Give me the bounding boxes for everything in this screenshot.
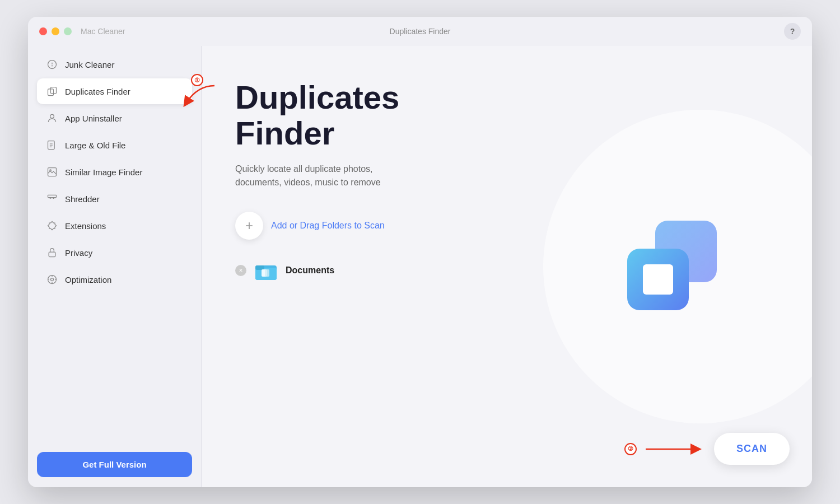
sidebar-item-label-optimization: Optimization [65,275,111,284]
shredder-icon [46,193,58,205]
sidebar-item-label-similar: Similar Image Finder [65,167,142,177]
sidebar-item-similar-image[interactable]: Similar Image Finder [37,159,192,185]
svg-point-2 [52,66,53,66]
title-bar: Mac Cleaner Duplicates Finder ? [28,17,812,46]
sidebar-item-label-extensions: Extensions [65,221,106,231]
close-button[interactable] [39,27,47,35]
page-description: Quickly locate all duplicate photos,docu… [235,162,778,189]
app-name-label: Mac Cleaner [81,27,125,36]
sidebar-item-label-duplicates: Duplicates Finder [65,87,130,96]
sidebar-bottom: Get Full Version [37,443,192,482]
sidebar-item-duplicates-finder[interactable]: Duplicates Finder ① [37,78,192,104]
sidebar-item-app-uninstaller[interactable]: App Uninstaller [37,105,192,131]
svg-point-12 [51,278,54,281]
scan-button[interactable]: SCAN [714,433,790,465]
help-button[interactable]: ? [784,23,801,40]
minimize-button[interactable] [52,27,59,35]
sidebar-nav: Junk Cleaner Duplicates Finder ① [37,52,192,443]
privacy-icon [46,246,58,259]
uninstaller-icon [46,112,58,124]
window-title: Duplicates Finder [390,27,451,36]
annotation-2: ② [624,441,707,458]
extensions-icon [46,220,58,232]
image-icon [46,166,58,178]
sidebar-item-label-large-old: Large & Old File [65,141,125,150]
svg-rect-24 [265,269,269,277]
add-folder-label: Add or Drag Folders to Scan [271,221,385,231]
sidebar-item-optimization[interactable]: Optimization [37,267,192,292]
traffic-lights [39,27,72,35]
file-icon [46,139,58,151]
sidebar-item-privacy[interactable]: Privacy [37,240,192,265]
sidebar-item-label-uninstaller: App Uninstaller [65,114,122,123]
sidebar: Junk Cleaner Duplicates Finder ① [28,46,202,487]
svg-rect-10 [49,252,55,256]
folder-icon [254,259,278,282]
folder-remove-button[interactable]: × [235,265,246,276]
svg-rect-9 [48,195,57,197]
add-folder-circle: + [235,212,263,240]
duplicates-icon [46,85,58,97]
scan-button-container: ② SCAN [714,433,790,465]
sidebar-item-shredder[interactable]: Shredder [37,186,192,212]
feature-icon-container [610,204,734,329]
junk-icon [46,58,58,71]
get-full-version-button[interactable]: Get Full Version [37,452,192,477]
sidebar-item-junk-cleaner[interactable]: Junk Cleaner [37,52,192,77]
svg-point-5 [50,114,54,118]
sidebar-item-extensions[interactable]: Extensions [37,213,192,239]
main-panel: Duplicates Finder Quickly locate all dup… [202,46,812,487]
maximize-button[interactable] [64,27,72,35]
sidebar-item-label-privacy: Privacy [65,248,92,258]
sidebar-item-label-junk: Junk Cleaner [65,60,114,69]
sidebar-item-large-old-file[interactable]: Large & Old File [37,132,192,158]
folder-name-documents: Documents [286,265,334,276]
svg-rect-19 [643,264,673,295]
annotation-circle-2: ② [624,443,637,455]
sidebar-item-label-shredder: Shredder [65,194,100,204]
annotation-arrow-2 [640,441,707,458]
main-content: Junk Cleaner Duplicates Finder ① [28,46,812,487]
annotation-arrow-1 [181,83,226,111]
page-title: Duplicates Finder [235,80,778,151]
app-window: Mac Cleaner Duplicates Finder ? Junk Cle… [28,17,812,487]
svg-rect-22 [255,265,264,270]
optimization-icon [46,273,58,286]
duplicates-finder-icon [610,204,734,327]
